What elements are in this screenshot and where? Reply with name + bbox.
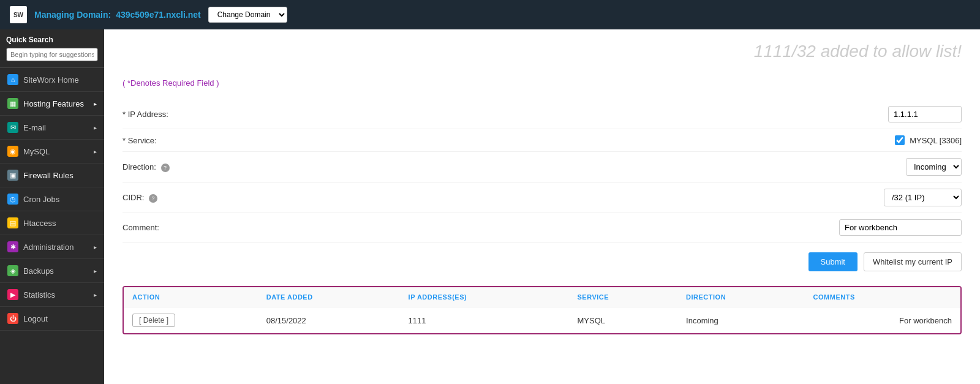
table-header-row: ACTION DATE ADDED IP ADDRESS(ES) SERVICE… — [124, 287, 960, 307]
service-checkbox-row: MYSQL [3306] — [895, 135, 962, 145]
backups-icon: ◈ — [7, 265, 18, 276]
domain-name: 439c509e71.nxcli.net — [116, 10, 201, 20]
layout: Quick Search ⌂SiteWorx Home▦Hosting Feat… — [0, 29, 980, 384]
siteworx-home-icon: ⌂ — [7, 74, 18, 85]
cron-jobs-label: Cron Jobs — [23, 195, 59, 204]
table-cell-action: [ Delete ] — [124, 307, 258, 334]
submit-button[interactable]: Submit — [809, 252, 858, 271]
cidr-select[interactable]: /32 (1 IP) /24 (256 IPs) /16 (65536 IPs) — [884, 189, 962, 206]
direction-select[interactable]: Incoming Outgoing — [906, 158, 962, 176]
cidr-help-icon[interactable]: ? — [149, 194, 157, 203]
hosting-features-arrow: ▸ — [94, 100, 97, 107]
sidebar-item-cron-jobs[interactable]: ◷Cron Jobs — [0, 187, 104, 211]
service-label: * Service: — [123, 136, 245, 145]
direction-value: Incoming Outgoing — [245, 158, 962, 176]
direction-help-icon[interactable]: ? — [161, 164, 170, 172]
backups-label: Backups — [23, 266, 54, 276]
sidebar-item-email[interactable]: ✉E-mail▸ — [0, 116, 104, 140]
change-domain-select[interactable]: Change Domain — [208, 7, 287, 23]
firewall-rules-label: Firewall Rules — [23, 171, 74, 180]
required-note: ( *Denotes Required Field ) — [123, 78, 962, 88]
sidebar-search-section: Quick Search — [0, 29, 104, 68]
sidebar-item-hosting-features[interactable]: ▦Hosting Features▸ — [0, 92, 104, 116]
table-header: ACTION DATE ADDED IP ADDRESS(ES) SERVICE… — [124, 287, 960, 307]
service-value: MYSQL [3306] — [245, 135, 962, 145]
form-buttons: Submit Whitelist my current IP — [123, 252, 962, 271]
comment-value — [245, 219, 962, 236]
delete-button[interactable]: [ Delete ] — [132, 314, 175, 327]
col-service: SERVICE — [568, 287, 677, 307]
ip-address-row: * IP Address: — [123, 100, 962, 129]
rules-table-wrapper: ACTION DATE ADDED IP ADDRESS(ES) SERVICE… — [123, 286, 962, 334]
ip-address-input[interactable] — [888, 106, 962, 122]
sidebar-item-htaccess[interactable]: ▤Htaccess — [0, 211, 104, 235]
logo: SW — [10, 6, 27, 23]
hosting-features-label: Hosting Features — [23, 99, 84, 108]
mysql-arrow: ▸ — [94, 148, 97, 155]
mysql-icon: ◉ — [7, 146, 18, 157]
cidr-value: /32 (1 IP) /24 (256 IPs) /16 (65536 IPs) — [245, 189, 962, 206]
table-cell-ip: 1111 — [400, 307, 569, 334]
comment-input[interactable] — [839, 219, 962, 236]
top-bar: SW Managing Domain: 439c509e71.nxcli.net… — [0, 0, 980, 29]
comment-label: Comment: — [123, 223, 245, 232]
table-row: [ Delete ]08/15/20221111MYSQLIncomingFor… — [124, 307, 960, 334]
col-comments: COMMENTS — [805, 287, 960, 307]
sidebar-item-mysql[interactable]: ◉MySQL▸ — [0, 140, 104, 164]
table-body: [ Delete ]08/15/20221111MYSQLIncomingFor… — [124, 307, 960, 334]
sidebar-items-container: ⌂SiteWorx Home▦Hosting Features▸✉E-mail▸… — [0, 68, 104, 331]
managing-domain-label: Managing Domain: 439c509e71.nxcli.net — [34, 10, 201, 20]
sidebar-item-siteworx-home[interactable]: ⌂SiteWorx Home — [0, 68, 104, 92]
table-cell-comments: For workbench — [805, 307, 960, 334]
search-input[interactable] — [6, 48, 98, 61]
firewall-rules-icon: ▣ — [7, 170, 18, 181]
sidebar-item-firewall-rules[interactable]: ▣Firewall Rules — [0, 164, 104, 187]
main-content: 1111/32 added to allow list! ( *Denotes … — [104, 29, 980, 384]
col-date-added: DATE ADDED — [258, 287, 400, 307]
rules-table: ACTION DATE ADDED IP ADDRESS(ES) SERVICE… — [124, 287, 960, 333]
email-arrow: ▸ — [94, 124, 97, 131]
email-icon: ✉ — [7, 122, 18, 133]
administration-arrow: ▸ — [94, 244, 97, 250]
sidebar-item-statistics[interactable]: ▶Statistics▸ — [0, 283, 104, 307]
service-row: * Service: MYSQL [3306] — [123, 129, 962, 152]
cidr-row: CIDR: ? /32 (1 IP) /24 (256 IPs) /16 (65… — [123, 183, 962, 213]
ip-address-value — [245, 106, 962, 122]
sidebar-item-backups[interactable]: ◈Backups▸ — [0, 259, 104, 283]
sidebar-item-administration[interactable]: ✱Administration▸ — [0, 235, 104, 259]
ip-address-label: * IP Address: — [123, 110, 245, 119]
statistics-arrow: ▸ — [94, 292, 97, 298]
table-cell-service: MYSQL — [568, 307, 677, 334]
direction-label: Direction: ? — [123, 162, 245, 172]
cron-jobs-icon: ◷ — [7, 194, 18, 205]
sidebar-search-label: Quick Search — [6, 36, 98, 44]
service-checkbox[interactable] — [895, 135, 905, 145]
administration-icon: ✱ — [7, 241, 18, 252]
col-direction: DIRECTION — [677, 287, 805, 307]
service-name-label: MYSQL [3306] — [910, 136, 962, 145]
hosting-features-icon: ▦ — [7, 98, 18, 109]
statistics-label: Statistics — [23, 290, 55, 299]
statistics-icon: ▶ — [7, 289, 18, 300]
table-cell-date: 08/15/2022 — [258, 307, 400, 334]
comment-row: Comment: — [123, 213, 962, 243]
col-ip-addresses: IP ADDRESS(ES) — [400, 287, 569, 307]
email-label: E-mail — [23, 123, 46, 132]
cidr-label: CIDR: ? — [123, 193, 245, 203]
sidebar-item-logout[interactable]: ⏻Logout — [0, 307, 104, 331]
form-section: * IP Address: * Service: MYSQL [3306] — [123, 100, 962, 243]
logout-icon: ⏻ — [7, 313, 18, 324]
htaccess-label: Htaccess — [23, 219, 56, 228]
administration-label: Administration — [23, 243, 74, 252]
backups-arrow: ▸ — [94, 268, 97, 274]
direction-row: Direction: ? Incoming Outgoing — [123, 152, 962, 183]
whitelist-button[interactable]: Whitelist my current IP — [864, 252, 962, 271]
logout-label: Logout — [23, 314, 48, 323]
sidebar: Quick Search ⌂SiteWorx Home▦Hosting Feat… — [0, 29, 104, 384]
table-cell-direction: Incoming — [677, 307, 805, 334]
htaccess-icon: ▤ — [7, 217, 18, 228]
col-action: ACTION — [124, 287, 258, 307]
siteworx-home-label: SiteWorx Home — [23, 75, 79, 85]
success-message: 1111/32 added to allow list! — [754, 42, 962, 61]
mysql-label: MySQL — [23, 147, 50, 156]
